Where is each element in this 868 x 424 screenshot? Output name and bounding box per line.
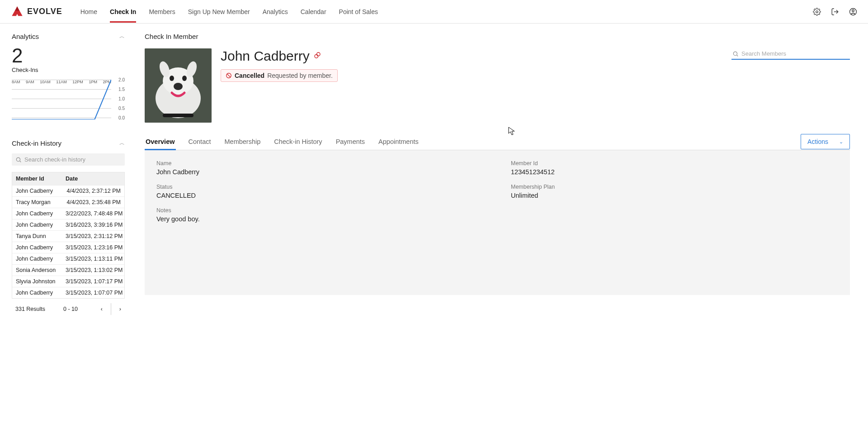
search-members-input[interactable] (741, 50, 849, 57)
table-row[interactable]: Tanya Dunn3/15/2023, 2:31:12 PM (12, 230, 124, 242)
brand-name: EVOLVE (27, 7, 62, 16)
status-label: Cancelled (235, 72, 264, 79)
chart-ytick: 0.5 (118, 106, 125, 111)
tabs: OverviewContactMembershipCheck-in Histor… (145, 133, 420, 150)
sidebar: Analytics ︿ 2 Check-Ins 0.00.51.01.52.0 … (0, 24, 136, 329)
svg-line-5 (20, 161, 21, 162)
history-search-input[interactable] (24, 156, 121, 163)
cell-member: John Cadberry (12, 253, 62, 264)
history-panel-header[interactable]: Check-in History ︿ (12, 139, 125, 147)
main-content: Check In Member John Cadbe (136, 24, 868, 329)
field-value-name: John Cadberry (156, 168, 484, 176)
cell-member: John Cadberry (12, 208, 62, 219)
pager-results: 331 Results (15, 306, 45, 312)
pager-divider (111, 303, 111, 315)
col-member: Member Id (12, 172, 62, 185)
cell-date: 3/15/2023, 1:07:17 PM (62, 276, 126, 287)
nav-item-home[interactable]: Home (80, 1, 97, 22)
cell-member: John Cadberry (12, 219, 62, 230)
nav-item-members[interactable]: Members (149, 1, 175, 22)
chart-ytick: 2.0 (118, 77, 125, 82)
field-label-status: Status (156, 184, 484, 190)
analytics-label: Analytics (12, 33, 39, 40)
table-row[interactable]: John Cadberry3/15/2023, 1:07:07 PM (12, 287, 124, 298)
search-icon (15, 157, 22, 163)
field-label-name: Name (156, 160, 484, 167)
svg-point-10 (182, 76, 187, 81)
chevron-down-icon: ⌄ (839, 139, 843, 145)
chart-ytick: 1.5 (118, 87, 125, 92)
chevron-up-icon: ︿ (119, 33, 125, 40)
overview-panel: Name John Cadberry Status CANCELLED Note… (145, 150, 850, 295)
history-search[interactable] (12, 153, 125, 166)
table-row[interactable]: John Cadberry3/15/2023, 1:23:16 PM (12, 242, 124, 253)
table-row[interactable]: John Cadberry3/16/2023, 3:39:16 PM (12, 219, 124, 230)
pager-prev-icon[interactable]: ‹ (101, 306, 103, 312)
field-label-memberid: Member Id (511, 160, 838, 167)
col-date: Date (62, 172, 124, 185)
table-row[interactable]: John Cadberry3/15/2023, 1:13:11 PM (12, 253, 124, 264)
svg-point-15 (315, 55, 318, 58)
logo-icon (11, 5, 24, 18)
svg-point-11 (174, 83, 183, 90)
field-value-memberid: 123451234512 (511, 168, 838, 176)
cursor-icon (508, 127, 515, 136)
cell-date: 3/15/2023, 1:07:07 PM (62, 287, 126, 298)
cell-date: 3/22/2023, 7:48:48 PM (62, 208, 126, 219)
settings-icon[interactable] (813, 8, 821, 16)
chart-ytick: 0.0 (118, 115, 125, 120)
cell-date: 4/4/2023, 2:37:12 PM (62, 186, 124, 196)
page-title: Check In Member (145, 33, 850, 40)
table-row[interactable]: Sonia Anderson3/15/2023, 1:13:02 PM (12, 264, 124, 276)
nav-item-calendar[interactable]: Calendar (301, 1, 326, 22)
cell-member: Sonia Anderson (12, 265, 62, 276)
field-value-notes: Very good boy. (156, 215, 484, 223)
logout-icon[interactable] (831, 8, 839, 16)
search-members[interactable] (731, 48, 850, 60)
cell-member: John Cadberry (12, 242, 62, 253)
topbar-actions (813, 8, 857, 16)
topbar: EVOLVE HomeCheck InMembersSign Up New Me… (0, 0, 868, 24)
svg-point-4 (16, 157, 20, 161)
tab-membership[interactable]: Membership (223, 133, 261, 150)
cell-date: 3/16/2023, 3:39:16 PM (62, 219, 126, 230)
cell-member: John Cadberry (12, 186, 62, 196)
user-icon[interactable] (849, 8, 857, 16)
cell-member: Slyvia Johnston (12, 276, 62, 287)
chart-ytick: 1.0 (118, 96, 125, 101)
nav-item-sign-up-new-member[interactable]: Sign Up New Member (188, 1, 250, 22)
field-label-plan: Membership Plan (511, 184, 838, 190)
cell-date: 3/15/2023, 1:13:02 PM (62, 265, 126, 276)
history-label: Check-in History (12, 139, 61, 147)
svg-point-0 (816, 10, 818, 13)
actions-button[interactable]: Actions ⌄ (801, 134, 850, 149)
svg-point-19 (733, 52, 737, 55)
svg-point-9 (170, 76, 174, 81)
svg-rect-14 (163, 114, 193, 117)
tab-overview[interactable]: Overview (145, 133, 176, 150)
avatar (145, 48, 212, 123)
pager-next-icon[interactable]: › (119, 306, 121, 312)
tab-appointments[interactable]: Appointments (377, 133, 420, 150)
status-reason: Requested by member. (267, 72, 333, 79)
table-row[interactable]: John Cadberry3/22/2023, 7:48:48 PM (12, 208, 124, 219)
tabs-row: OverviewContactMembershipCheck-in Histor… (145, 133, 850, 150)
cell-member: John Cadberry (12, 287, 62, 298)
history-header: Member Id Date (12, 172, 124, 185)
tab-check-in-history[interactable]: Check-in History (273, 133, 323, 150)
nav-item-analytics[interactable]: Analytics (263, 1, 288, 22)
analytics-panel-header[interactable]: Analytics ︿ (12, 33, 125, 40)
tab-payments[interactable]: Payments (335, 133, 366, 150)
tab-contact[interactable]: Contact (188, 133, 212, 150)
nav-item-point-of-sales[interactable]: Point of Sales (339, 1, 378, 22)
history-table: Member Id Date John Cadberry4/4/2023, 2:… (12, 172, 125, 299)
cell-date: 4/4/2023, 2:35:48 PM (62, 197, 124, 208)
table-row[interactable]: Tracy Morgan4/4/2023, 2:35:48 PM (12, 196, 124, 208)
nav-item-check-in[interactable]: Check In (110, 1, 136, 22)
logo[interactable]: EVOLVE (11, 5, 62, 18)
table-row[interactable]: Slyvia Johnston3/15/2023, 1:07:17 PM (12, 276, 124, 287)
ban-icon (226, 72, 232, 79)
search-icon (732, 51, 739, 57)
link-icon[interactable] (313, 51, 321, 61)
table-row[interactable]: John Cadberry4/4/2023, 2:37:12 PM (12, 185, 124, 196)
